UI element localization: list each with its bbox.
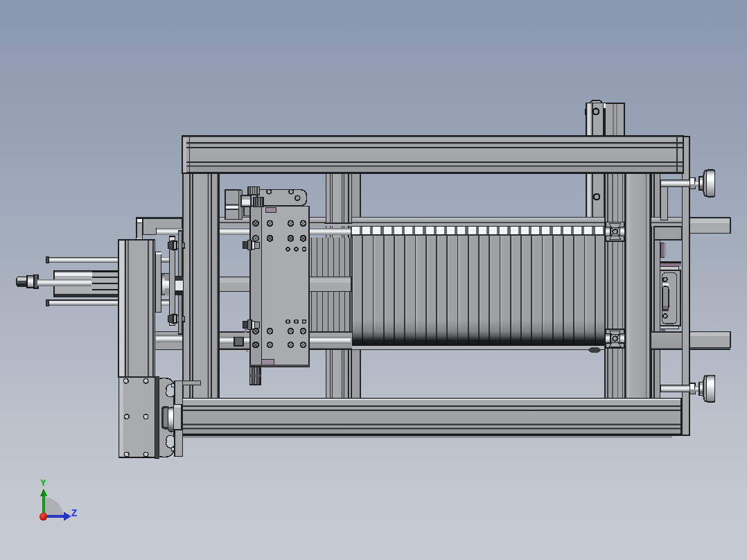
svg-text:Y: Y [41,478,46,489]
svg-text:Z: Z [71,508,78,520]
